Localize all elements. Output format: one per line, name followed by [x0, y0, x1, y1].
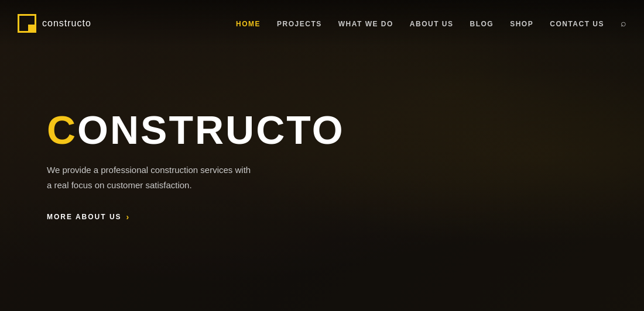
hero-title-highlight: C	[47, 108, 77, 152]
cta-more-about-us[interactable]: MORE ABOUT US ›	[47, 212, 130, 223]
hero-title-rest: ONSTRUCTO	[77, 108, 344, 152]
nav-item-about-us[interactable]: ABOUT US	[410, 18, 454, 29]
cta-arrow-icon: ›	[126, 212, 131, 222]
nav-item-shop[interactable]: SHOP	[510, 18, 533, 29]
nav-link-contact-us[interactable]: CONTACT US	[550, 20, 604, 28]
nav-menu: HOME PROJECTS WHAT WE DO ABOUT US BLOG S…	[236, 18, 626, 29]
logo-icon	[18, 14, 36, 33]
logo-link[interactable]: constructo	[18, 14, 91, 33]
nav-item-contact-us[interactable]: CONTACT US	[550, 18, 604, 29]
nav-link-what-we-do[interactable]: WHAT WE DO	[338, 20, 393, 28]
hero-title: CONSTRUCTO	[47, 110, 345, 150]
nav-link-home[interactable]: HOME	[236, 20, 261, 28]
hero-content: CONSTRUCTO We provide a professional con…	[47, 110, 345, 223]
nav-item-projects[interactable]: PROJECTS	[277, 18, 322, 29]
nav-link-shop[interactable]: SHOP	[510, 20, 533, 28]
cta-label: MORE ABOUT US	[47, 213, 122, 221]
search-icon-item[interactable]: ⌕	[621, 18, 626, 29]
hero-subtitle: We provide a professional construction s…	[47, 163, 345, 192]
logo-text: constructo	[42, 18, 91, 29]
nav-link-projects[interactable]: PROJECTS	[277, 20, 322, 28]
nav-item-what-we-do[interactable]: WHAT WE DO	[338, 18, 393, 29]
nav-item-home[interactable]: HOME	[236, 18, 261, 29]
nav-link-blog[interactable]: BLOG	[470, 20, 494, 28]
navbar: constructo HOME PROJECTS WHAT WE DO ABOU…	[0, 0, 644, 47]
nav-link-about-us[interactable]: ABOUT US	[410, 20, 454, 28]
search-icon[interactable]: ⌕	[621, 18, 626, 28]
hero-section: constructo HOME PROJECTS WHAT WE DO ABOU…	[0, 0, 644, 311]
nav-item-blog[interactable]: BLOG	[470, 18, 494, 29]
